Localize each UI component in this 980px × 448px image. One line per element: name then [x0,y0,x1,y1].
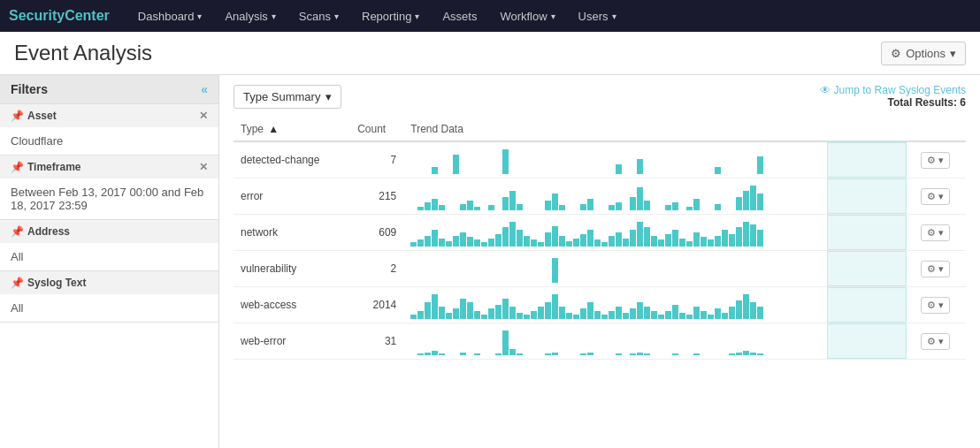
trend-bar [672,305,678,319]
nav-item-workflow[interactable]: Workflow ▾ [489,0,565,32]
trend-bar [509,173,516,174]
trend-bar [566,313,572,319]
row-gear-button[interactable]: ⚙ ▾ [921,224,950,241]
trend-bar [545,232,551,247]
nav-item-users[interactable]: Users ▾ [568,0,627,32]
nav-item-scans[interactable]: Scans ▾ [288,0,349,32]
trend-bar [616,353,622,355]
trend-bar [601,282,608,283]
nav-item-assets[interactable]: Assets [432,0,487,32]
trend-bar [524,282,530,283]
trend-bar [495,173,501,174]
filter-section-header-asset[interactable]: 📌Asset ✕ [0,104,218,127]
options-button[interactable]: ⚙ Options ▾ [881,42,966,65]
row-gear-button[interactable]: ⚙ ▾ [921,188,950,205]
trend-bar [623,173,629,174]
type-summary-button[interactable]: Type Summary ▾ [234,85,341,109]
nav-item-reporting[interactable]: Reporting ▾ [351,0,430,32]
trend-bar [658,282,664,283]
trend-bar [453,354,459,355]
trend-bar [538,209,544,210]
trend-bar [453,282,459,283]
trend-bar [736,282,742,283]
trend-bar [446,173,452,174]
trend-bar [538,173,544,174]
trend-bar [651,236,657,247]
cell-type: network [234,215,350,251]
trend-bar [417,239,424,247]
trend-bar [729,307,735,319]
trend-bar [658,173,664,174]
trend-bar [701,173,707,174]
nav-item-dashboard[interactable]: Dashboard ▾ [127,0,213,32]
trend-bar [601,315,608,319]
trend-bar [637,302,643,319]
data-table: Type ▲ Count Trend Data detected-change7… [234,118,966,360]
col-header-type[interactable]: Type ▲ [234,118,350,141]
trend-bar [616,202,622,210]
trend-bar [467,237,473,247]
trend-bar [665,311,671,319]
trend-bar [609,236,615,247]
row-gear-button[interactable]: ⚙ ▾ [921,333,950,350]
pin-icon: 📌 [11,225,24,238]
chevron-down-icon: ▾ [612,11,616,21]
jump-to-syslog-link[interactable]: 👁 Jump to Raw Syslog Events [820,84,966,96]
trend-bar [729,234,735,247]
trend-bar [552,173,558,174]
filter-label-syslog: Syslog Text [27,277,86,289]
trend-bar [601,173,608,174]
trend-bar [623,354,629,355]
trend-bar [495,353,501,355]
trend-bar [509,307,516,319]
trend-bar [446,241,452,247]
trend-bar [417,207,424,210]
trend-bar [672,353,678,355]
content-area: Type Summary ▾ 👁 Jump to Raw Syslog Even… [219,75,980,448]
trend-bar [708,239,714,247]
trend-bar [531,354,537,355]
trend-bar [651,282,657,283]
trend-bar [679,173,685,174]
trend-bar [743,282,749,283]
filter-section-header-address[interactable]: 📌Address [0,220,218,243]
filter-close-timeframe[interactable]: ✕ [199,161,208,173]
sidebar-title: Filters [11,82,48,96]
trend-bar [616,307,622,319]
trend-bar [609,311,615,319]
trend-bar [432,282,438,283]
row-gear-button[interactable]: ⚙ ▾ [921,297,950,314]
chevron-down-icon: ▾ [551,11,555,21]
trend-bar [757,307,763,319]
trend-bar [601,242,608,247]
trend-bar [722,209,728,210]
collapse-button[interactable]: « [201,82,208,96]
row-gear-button[interactable]: ⚙ ▾ [921,261,950,277]
eye-icon: 👁 [820,84,831,96]
cell-count: 215 [350,178,403,215]
trend-bar [736,173,742,174]
row-gear-button[interactable]: ⚙ ▾ [921,152,950,169]
filter-close-asset[interactable]: ✕ [199,110,208,122]
table-row: error215⚙ ▾ [234,178,966,215]
table-row: vulnerability2⚙ ▾ [234,251,966,287]
trend-bar [686,315,693,319]
table-row: detected-change7⚙ ▾ [234,141,966,178]
nav-item-analysis[interactable]: Analysis ▾ [214,0,286,32]
trend-bar [736,227,742,247]
trend-bar [658,209,664,210]
trend-bar [552,353,558,356]
total-results: Total Results: 6 [820,96,966,109]
trend-bar [693,199,700,210]
trend-bar [573,315,579,319]
cell-type: error [234,178,350,215]
filter-section-header-timeframe[interactable]: 📌Timeframe ✕ [0,156,218,178]
filter-section-timeframe: 📌Timeframe ✕ Between Feb 13, 2017 00:00 … [0,156,218,220]
trend-bar [750,224,756,247]
trend-bar [679,282,685,283]
pin-icon: 📌 [11,277,24,289]
trend-bar [446,313,452,319]
trend-bar [616,282,622,283]
filter-section-header-syslog[interactable]: 📌Syslog Text [0,271,218,294]
chevron-down-icon: ▾ [938,336,944,346]
